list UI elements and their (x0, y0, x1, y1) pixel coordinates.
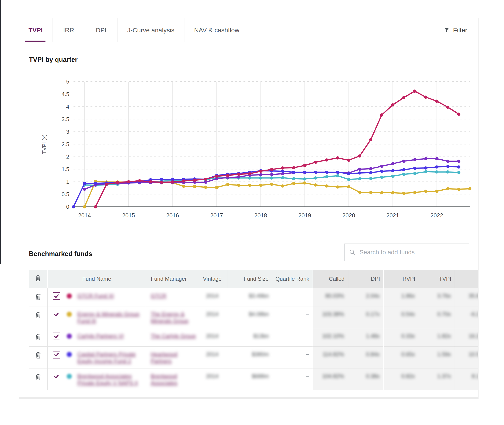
data-point (83, 182, 86, 185)
filter-button[interactable]: Filter (439, 18, 478, 42)
fund-manager-link[interactable]: The Energy & Minerals Group (151, 311, 197, 324)
checkmark-icon (54, 312, 59, 317)
fund-manager-link[interactable]: Brentwood Associates (151, 373, 197, 386)
data-point (292, 182, 295, 185)
search-input[interactable] (359, 249, 464, 256)
window-edge-artifact (0, 0, 1, 264)
data-point (336, 171, 339, 174)
data-point (259, 170, 262, 173)
column-header-called: Called (313, 270, 348, 288)
tab-jcurve-analysis[interactable]: J-Curve analysis (118, 18, 185, 42)
fund-name-link[interactable]: GTCR Fund XI (77, 292, 114, 299)
fund-name-cell: Brentwood Associates Private Equity V NA… (48, 368, 146, 390)
quartile-rank-cell: – (272, 368, 313, 390)
fund-name-cell: GTCR Fund XI (48, 288, 146, 306)
add-funds-search[interactable] (345, 244, 469, 261)
checkmark-icon (54, 293, 59, 299)
x-axis-tick-label: 2018 (254, 212, 267, 219)
tab-nav-cashflow[interactable]: NAV & cashflow (185, 18, 249, 42)
data-point (248, 184, 251, 187)
x-axis-tick-label: 2020 (342, 212, 355, 219)
data-point (292, 166, 295, 169)
fund-color-dot (67, 312, 72, 317)
data-point (72, 205, 75, 208)
data-point (215, 186, 218, 189)
tab-bar: TVPI IRR DPI J-Curve analysis NAV & cash… (19, 18, 478, 42)
data-point (94, 205, 97, 208)
data-point (226, 174, 229, 177)
data-point (413, 172, 417, 175)
data-point (237, 175, 240, 179)
fund-name-link[interactable]: Carlyle Partners VI (77, 332, 124, 339)
data-point (457, 188, 460, 191)
fund-visibility-checkbox[interactable] (53, 332, 60, 340)
data-point (380, 176, 383, 179)
data-point (248, 172, 251, 175)
fund-visibility-checkbox[interactable] (53, 311, 60, 318)
vintage-cell: 2014 (197, 288, 227, 306)
quartile-rank-cell: – (272, 328, 313, 346)
data-point (303, 171, 306, 174)
fund-name-link[interactable]: Energy & Minerals Group Fund III (77, 311, 141, 324)
column-header-quartile-rank: Quartile Rank (272, 270, 313, 288)
data-point (369, 167, 372, 170)
data-point (281, 185, 284, 188)
data-point (237, 184, 240, 187)
data-point (83, 188, 86, 191)
checkmark-icon (54, 352, 59, 358)
fund-visibility-checkbox[interactable] (53, 292, 60, 300)
data-point (380, 113, 383, 116)
data-point (413, 166, 417, 170)
row-delete-cell (29, 306, 48, 328)
irr-cell: 35.88% (455, 288, 478, 306)
fund-name-link[interactable]: Capital Partners Private Equity Income F… (77, 351, 141, 365)
funds-table-container: Fund Name Fund Manager Vintage Fund Size… (29, 270, 478, 397)
delete-fund-button[interactable] (35, 351, 42, 359)
fund-visibility-checkbox[interactable] (53, 373, 60, 380)
fund-name-cell: Carlyle Partners VI (48, 328, 146, 346)
x-axis-tick-label: 2022 (431, 212, 443, 219)
x-axis-tick-label: 2014 (78, 212, 91, 219)
dpi-cell: 0.38x (348, 368, 384, 390)
fund-table-row: Energy & Minerals Group Fund IIIThe Ener… (29, 306, 478, 328)
delete-fund-button[interactable] (35, 311, 42, 319)
data-point (303, 181, 306, 185)
x-axis-tick-label: 2021 (386, 212, 399, 219)
data-point (193, 179, 196, 182)
data-point (182, 185, 185, 188)
row-delete-cell (29, 346, 48, 368)
data-point (314, 161, 317, 164)
tvpi-cell: 1.37x (419, 368, 455, 390)
tab-irr[interactable]: IRR (53, 18, 85, 42)
irr-cell: 10.50% (455, 346, 478, 368)
tvpi-by-quarter-chart: 20142015201620172018201920202021202200.5… (40, 73, 478, 226)
rvpi-cell: 0.54x (384, 306, 419, 328)
called-cell: 104.82% (313, 368, 348, 390)
data-point (457, 113, 460, 116)
fund-manager-cell: GTCR (146, 288, 197, 306)
fund-manager-link[interactable]: GTCR (151, 292, 166, 299)
data-point (270, 176, 273, 179)
data-point (358, 177, 361, 180)
data-point (468, 187, 471, 190)
data-point (281, 176, 284, 179)
y-axis-tick-label: 1 (66, 179, 69, 185)
tab-tvpi[interactable]: TVPI (19, 18, 53, 42)
fund-visibility-checkbox[interactable] (53, 351, 60, 359)
data-point (446, 159, 449, 163)
tab-dpi[interactable]: DPI (85, 18, 118, 42)
fund-name-link[interactable]: Brentwood Associates Private Equity V NA… (77, 373, 141, 386)
data-point (435, 190, 438, 193)
data-point (413, 89, 417, 93)
data-point (292, 177, 295, 180)
data-point (160, 178, 163, 181)
delete-fund-button[interactable] (35, 333, 42, 341)
data-point (226, 183, 229, 186)
rvpi-cell: 0.33x (384, 328, 419, 346)
delete-fund-button[interactable] (35, 293, 42, 301)
horizontal-scrollbar-track[interactable] (19, 397, 478, 399)
fund-manager-link[interactable]: Heartwood Partners (151, 351, 197, 365)
fund-manager-link[interactable]: The Carlyle Group (151, 332, 196, 339)
data-point (424, 96, 427, 99)
delete-fund-button[interactable] (35, 373, 42, 381)
